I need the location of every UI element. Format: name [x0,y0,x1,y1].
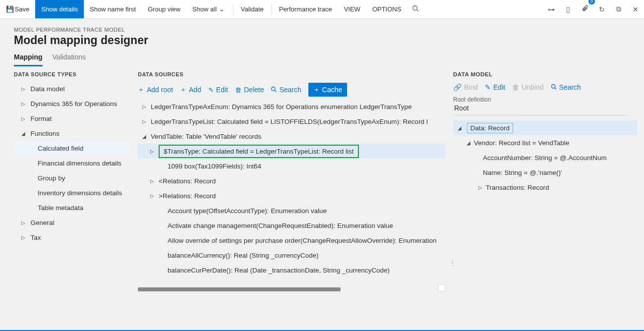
item-label: Functions [31,130,60,137]
cache-label: Cache [322,86,342,94]
expand-icon: ▷ [141,104,148,110]
ds-activate-change-mgmt[interactable]: ▷Activate change management(ChangeReques… [138,218,445,233]
search-button[interactable]: Search [271,86,301,94]
add-button[interactable]: ＋Add [180,85,201,94]
cache-button[interactable]: ＋Cache [308,83,347,97]
save-button[interactable]: 💾 Save [0,0,35,18]
ds-allow-override[interactable]: ▷Allow override of settings per purchase… [138,233,445,248]
popout-button[interactable]: ⧉ [610,0,627,18]
item-label: General [31,219,55,226]
dm-name[interactable]: Name: String = @.'name()' [453,165,637,180]
chevron-down-icon: ⌄ [219,5,226,13]
office-button[interactable]: ▯ [560,0,577,18]
ds-label: 1099 box(Tax1099Fields): Int64 [168,163,261,170]
ds-ledger-trans-type-enum[interactable]: ▷LedgerTransTypeAxEnum: Dynamics 365 for… [138,99,445,114]
group-view-button[interactable]: Group view [142,0,186,18]
item-functions[interactable]: ◢ Functions [14,126,130,141]
item-calculated-field[interactable]: Calculated field [14,141,130,156]
ds-1099-box[interactable]: ▷1099 box(Tax1099Fields): Int64 [138,159,445,173]
tab-validations[interactable]: Validations [53,53,86,66]
ds-label: Account type(OffsetAccountType): Enumera… [168,207,327,215]
ds-label: balanceCurPerDate(): Real (Date _transac… [168,267,390,274]
item-tax[interactable]: ▷ Tax [14,230,130,245]
svg-point-2 [272,87,276,91]
add-root-button[interactable]: ＋Add root [138,85,173,94]
ds-vend-table[interactable]: ◢VendTable: Table 'VendTable' records [138,129,445,144]
horizontal-scrollbar[interactable] [138,287,341,291]
ds-account-type[interactable]: ▷Account type(OffsetAccountType): Enumer… [138,203,445,218]
no-expand-icon: ▷ [158,164,165,169]
bind-button[interactable]: 🔗Bind [453,83,478,91]
expand-icon: ▷ [149,149,156,154]
item-inventory-dimensions[interactable]: Inventory dimensions details [14,185,130,200]
edit-button[interactable]: ✎Edit [208,86,228,94]
show-details-button[interactable]: Show details [35,0,84,18]
ds-balance-all-currency[interactable]: ▷balanceAllCurrency(): Real (String _cur… [138,248,445,263]
expand-icon: ▷ [20,101,27,107]
show-name-first-label: Show name first [90,5,136,13]
ds-relations-gt[interactable]: ▷>Relations: Record [138,188,445,203]
root-definition-value[interactable]: Root [453,103,628,115]
office-icon: ▯ [566,5,570,13]
item-label: Tax [31,234,41,241]
options-button[interactable]: OPTIONS [366,0,408,18]
item-format[interactable]: ▷ Format [14,111,130,126]
dm-vendor[interactable]: ◢ Vendor: Record list = VendTable [453,135,637,150]
dm-label: Vendor: Record list = VendTable [474,139,570,147]
delete-button[interactable]: 🗑Delete [235,86,264,94]
item-financial-dimensions[interactable]: Financial dimensions details [14,156,130,170]
edit-button[interactable]: ✎Edit [485,83,505,91]
item-group-by[interactable]: Group by [14,170,130,185]
validate-button[interactable]: Validate [235,0,270,18]
toolbar-separator [233,4,234,15]
ds-relations-lt[interactable]: ▷<Relations: Record [138,173,445,188]
column-drag-handle[interactable]: ⋮ [450,260,454,267]
group-view-label: Group view [148,5,180,13]
item-label: Table metadata [38,204,83,212]
plus-icon: ＋ [180,85,186,94]
item-general[interactable]: ▷ General [14,215,130,230]
refresh-button[interactable]: ↻ [593,0,610,18]
item-label: Inventory dimensions details [38,189,122,197]
trash-icon: 🗑 [512,83,519,91]
attachments-button[interactable]: 0 [577,0,593,18]
data-sources-heading: DATA SOURCES [138,71,445,77]
tab-mapping[interactable]: Mapping [14,53,43,66]
toolbar-search-button[interactable] [407,0,424,18]
view-button[interactable]: VIEW [338,0,366,18]
svg-point-4 [551,85,555,89]
expand-icon: ▷ [141,119,148,124]
show-name-first-button[interactable]: Show name first [84,0,142,18]
item-label: Financial dimensions details [38,160,121,167]
dm-account-number[interactable]: AccountNumber: String = @.AccountNum [453,150,637,165]
no-expand-icon: ▷ [158,238,165,243]
ds-balance-cur-per-date[interactable]: ▷balanceCurPerDate(): Real (Date _transa… [138,263,445,277]
search-button[interactable]: Search [551,83,581,91]
show-all-button[interactable]: Show all ⌄ [186,0,232,18]
connector-button[interactable]: ⊶ [543,0,560,18]
ds-trans-type[interactable]: ▷$TransType: Calculated field = LedgerTr… [138,144,445,159]
save-icon: 💾 [6,5,13,13]
no-expand-icon: ▷ [158,268,165,273]
dm-transactions[interactable]: ▷ Transactions: Record [453,180,637,195]
item-table-metadata[interactable]: Table metadata [14,200,130,215]
data-source-types-heading: DATA SOURCE TYPES [14,71,130,77]
trash-icon: 🗑 [235,86,241,94]
options-label: OPTIONS [372,5,402,13]
item-dynamics[interactable]: ▷ Dynamics 365 for Operations [14,96,130,111]
expand-icon: ▷ [20,220,27,225]
ds-label: VendTable: Table 'VendTable' records [151,133,261,140]
ds-ledger-trans-type-list[interactable]: ▷LedgerTransTypeList: Calculated field =… [138,114,445,129]
page-title: Model mapping designer [14,34,630,47]
add-label: Add [189,86,201,94]
item-data-model[interactable]: ▷ Data model [14,81,130,96]
breadcrumb: MODEL PERFORMANCE TRACE MODEL [14,27,630,33]
performance-trace-button[interactable]: Performance trace [273,0,338,18]
close-button[interactable]: ✕ [627,0,644,18]
delete-label: Delete [244,86,264,94]
unbind-button[interactable]: 🗑Unbind [512,83,543,91]
plus-icon: ＋ [138,85,144,94]
paperclip-icon [582,4,588,14]
dm-data-record[interactable]: ◢ Data: Record [453,120,637,135]
performance-trace-label: Performance trace [279,5,332,13]
